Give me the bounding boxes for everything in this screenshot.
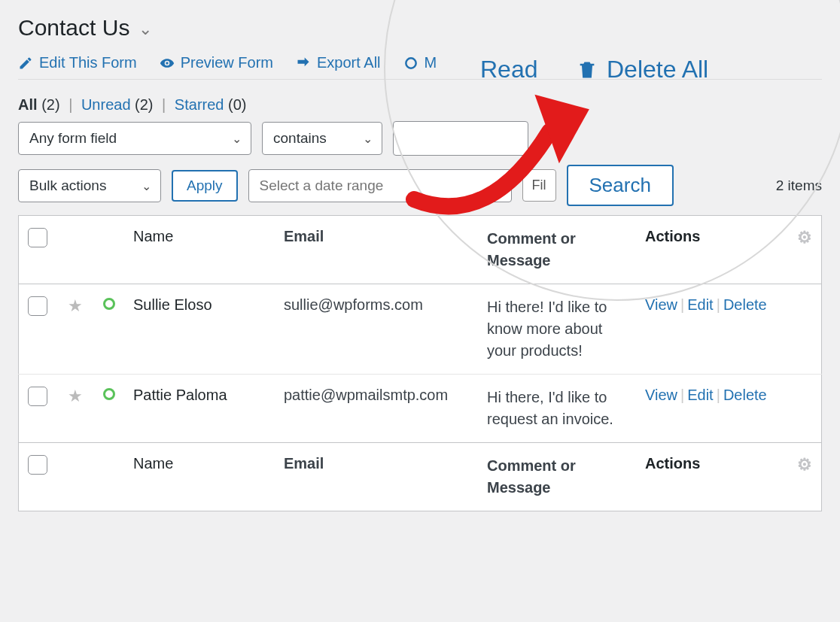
col-email[interactable]: Email (275, 216, 478, 284)
field-select[interactable]: Any form field ⌄ (18, 122, 251, 155)
view-link[interactable]: View (645, 387, 677, 403)
mark-read-link-partial[interactable]: M (403, 54, 437, 71)
chevron-down-icon: ⌄ (232, 132, 242, 146)
pencil-icon (18, 56, 33, 71)
chevron-down-icon: ⌄ (142, 178, 151, 193)
edit-form-link[interactable]: Edit This Form (18, 54, 137, 71)
field-filter-row: Any form field ⌄ contains ⌄ (18, 121, 822, 156)
star-icon[interactable]: ★ (68, 387, 83, 406)
filter-button[interactable]: Fil (522, 169, 556, 202)
filter-starred-link[interactable]: Starred (175, 96, 224, 113)
trash-icon (577, 59, 598, 80)
gear-icon[interactable]: ⚙ (797, 228, 812, 247)
export-all-label: Export All (317, 54, 380, 71)
mark-read-prefix: M (425, 54, 437, 71)
col-actions: Actions (645, 228, 700, 244)
page-title: Contact Us (18, 15, 129, 41)
edit-form-label: Edit This Form (39, 54, 137, 71)
row-checkbox[interactable] (28, 296, 47, 316)
eye-icon (160, 56, 175, 71)
gear-icon[interactable]: ⚙ (797, 455, 812, 475)
row-email: sullie@wpforms.com (275, 284, 478, 375)
preview-form-label: Preview Form (181, 54, 273, 71)
unread-dot-icon[interactable] (103, 388, 115, 400)
unread-dot-icon[interactable] (103, 298, 115, 310)
row-actions: View|Edit|Delete (636, 284, 822, 375)
col-actions-footer: Actions (645, 455, 700, 472)
delete-all-label: Delete All (607, 56, 708, 83)
export-all-link[interactable]: Export All (296, 54, 380, 71)
delete-all-link[interactable]: Delete All (577, 56, 708, 83)
export-icon (296, 56, 311, 71)
bulk-search-row: Bulk actions ⌄ Apply Fil Search 2 items (18, 165, 822, 206)
bulk-actions-select[interactable]: Bulk actions ⌄ (18, 169, 161, 202)
col-message-footer: Comment or Message (478, 443, 636, 511)
col-email-footer: Email (275, 443, 478, 511)
edit-link[interactable]: Edit (687, 387, 713, 403)
apply-button[interactable]: Apply (172, 170, 238, 202)
filter-all-label[interactable]: All (18, 96, 38, 113)
filter-value-input[interactable] (393, 121, 528, 156)
separator: | (162, 96, 166, 113)
search-button[interactable]: Search (567, 165, 674, 206)
select-all-checkbox-footer[interactable] (28, 455, 47, 475)
select-all-checkbox[interactable] (28, 228, 47, 247)
field-select-value: Any form field (29, 130, 117, 147)
row-actions: View|Edit|Delete (636, 375, 822, 443)
mark-read-highlight[interactable]: Read (480, 56, 538, 83)
row-message: Hi there, I'd like to request an invoice… (478, 375, 636, 443)
svg-point-0 (406, 58, 415, 68)
edit-link[interactable]: Edit (687, 296, 713, 313)
match-select[interactable]: contains ⌄ (262, 122, 382, 155)
star-icon[interactable]: ★ (68, 296, 83, 316)
status-filters: All (2) | Unread (2) | Starred (0) (18, 96, 822, 114)
circle-icon (403, 56, 418, 71)
row-name: Pattie Paloma (124, 375, 275, 443)
entries-table: Name Email Comment or Message Actions ⚙ … (18, 215, 822, 511)
delete-link[interactable]: Delete (723, 296, 767, 313)
row-checkbox[interactable] (28, 387, 47, 406)
filter-unread-link[interactable]: Unread (81, 96, 131, 113)
table-row: ★Sullie Elososullie@wpforms.comHi there!… (19, 284, 822, 375)
row-message: Hi there! I'd like to know more about yo… (478, 284, 636, 375)
filter-all-count: (2) (41, 96, 59, 113)
row-name: Sullie Eloso (124, 284, 275, 375)
row-email: pattie@wpmailsmtp.com (275, 375, 478, 443)
bulk-select-value: Bulk actions (29, 177, 106, 194)
delete-link[interactable]: Delete (723, 387, 767, 403)
col-name-footer: Name (124, 443, 275, 511)
filter-starred-count: (0) (228, 96, 246, 113)
title-dropdown-icon[interactable]: ⌄ (138, 20, 152, 39)
col-name[interactable]: Name (124, 216, 275, 284)
match-select-value: contains (273, 130, 327, 147)
items-count: 2 items (776, 177, 822, 194)
page-title-row: Contact Us ⌄ (18, 15, 822, 41)
chevron-down-icon: ⌄ (363, 132, 373, 146)
filter-unread-count: (2) (135, 96, 153, 113)
mark-read-label: Read (480, 56, 538, 83)
date-range-input[interactable] (248, 169, 512, 202)
table-row: ★Pattie Palomapattie@wpmailsmtp.comHi th… (19, 375, 822, 443)
col-message[interactable]: Comment or Message (478, 216, 636, 284)
separator: | (68, 96, 72, 113)
view-link[interactable]: View (645, 296, 677, 313)
preview-form-link[interactable]: Preview Form (160, 54, 273, 71)
